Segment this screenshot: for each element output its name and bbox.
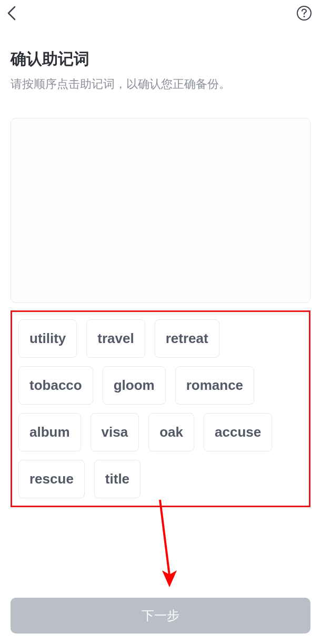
svg-line-2 — [160, 500, 169, 576]
next-button-label: 下一步 — [142, 607, 179, 624]
header — [0, 0, 321, 26]
word-chip-title[interactable]: title — [94, 460, 141, 498]
page-subtitle: 请按顺序点击助记词，以确认您正确备份。 — [11, 76, 310, 93]
word-chip-tobacco[interactable]: tobacco — [18, 366, 93, 405]
word-chip-accuse[interactable]: accuse — [204, 413, 272, 451]
word-chip-rescue[interactable]: rescue — [18, 460, 85, 498]
word-chip-oak[interactable]: oak — [148, 413, 194, 451]
back-icon[interactable] — [4, 6, 19, 21]
next-button[interactable]: 下一步 — [11, 598, 310, 633]
help-icon[interactable] — [296, 5, 313, 22]
word-chip-retreat[interactable]: retreat — [155, 319, 219, 358]
word-grid: utility travel retreat tobacco gloom rom… — [12, 319, 309, 498]
annotation-arrow-icon — [153, 497, 184, 593]
page-title: 确认助记词 — [11, 48, 310, 70]
svg-marker-3 — [162, 570, 177, 587]
word-chip-travel[interactable]: travel — [86, 319, 145, 358]
word-chip-gloom[interactable]: gloom — [103, 366, 166, 405]
selected-words-box — [11, 118, 310, 303]
title-section: 确认助记词 请按顺序点击助记词，以确认您正确备份。 — [0, 26, 321, 93]
word-chip-visa[interactable]: visa — [91, 413, 139, 451]
word-chip-utility[interactable]: utility — [18, 319, 77, 358]
svg-point-1 — [304, 16, 305, 17]
word-chip-romance[interactable]: romance — [175, 366, 254, 405]
annotation-outline: utility travel retreat tobacco gloom rom… — [11, 310, 310, 507]
word-chip-album[interactable]: album — [18, 413, 81, 451]
